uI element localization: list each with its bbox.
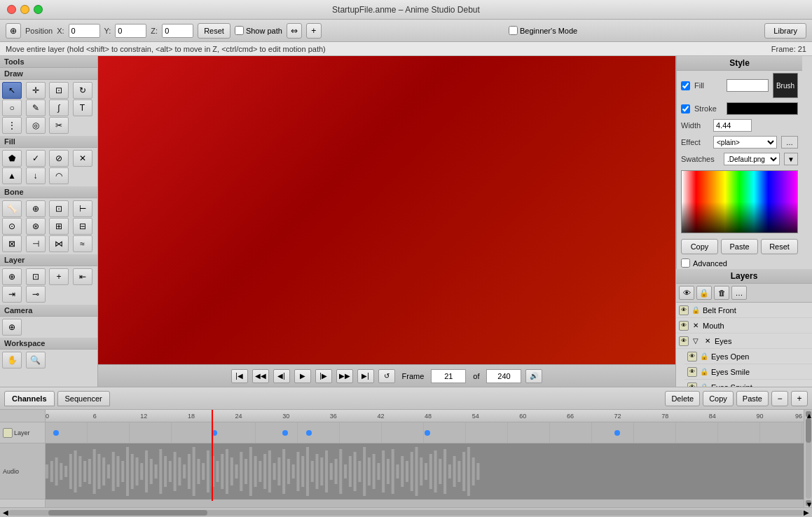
select-tool[interactable]: ↖ [2,82,22,99]
edit-tool[interactable]: ✎ [26,99,46,116]
curve-tool[interactable]: ∫ [49,99,69,116]
swatches-select[interactable]: .Default.png [724,153,780,165]
keyframe-dot[interactable] [306,430,312,436]
timeline-keyframe-track[interactable] [46,422,804,443]
horizontal-scrollbar-track[interactable] [8,510,804,516]
pen-tool[interactable]: ○ [2,99,22,116]
layer5-tool[interactable]: ⇥ [2,286,22,303]
bone11-tool[interactable]: ⋈ [49,235,69,252]
layer-visibility-eyes-open[interactable]: 👁 [687,352,697,361]
path-tool[interactable]: ◠ [49,167,69,184]
bone12-tool[interactable]: ≈ [73,235,92,252]
stroke-checkbox[interactable] [681,104,690,113]
bone10-tool[interactable]: ⊣ [26,235,46,252]
beginners-mode-checkbox[interactable]: Beginner's Mode [509,26,577,35]
go-to-end-button[interactable]: ▶| [357,369,374,383]
delete-tool[interactable]: ✕ [73,150,92,167]
layers-lock-button[interactable]: 🔒 [696,286,712,300]
node-tool[interactable]: ⋮ [2,117,22,134]
show-path-checkbox[interactable]: Show path [235,26,282,35]
layer6-tool[interactable]: ⊸ [26,286,46,303]
reset-button[interactable]: Reset [198,23,230,39]
delete-keyframe-button[interactable]: Delete [665,391,700,406]
layer-visibility-mouth[interactable]: 👁 [679,321,689,331]
maximize-button[interactable] [34,5,43,14]
scroll-down-button[interactable]: ▼ [806,500,811,506]
layer-visibility-eyes[interactable]: 👁 [679,336,689,346]
effect-more-button[interactable]: … [781,136,798,149]
minimize-button[interactable] [20,5,29,14]
keyframe-dot[interactable] [53,430,59,436]
prev-frame-button[interactable]: ◀| [273,369,290,383]
zoom-in-timeline-button[interactable]: + [791,391,808,406]
layer-visibility-eyes-smile[interactable]: 👁 [687,367,697,377]
go-to-start-button[interactable]: |◀ [231,369,248,383]
library-button[interactable]: Library [764,23,806,39]
layers-eye-button[interactable]: 👁 [679,286,694,300]
text-tool[interactable]: T [73,99,92,116]
fill2-tool[interactable]: ▲ [2,167,22,184]
arrow-tool[interactable]: ↓ [26,167,46,184]
y-input[interactable] [115,24,146,38]
canvas-image[interactable] [98,56,675,387]
z-input[interactable] [162,24,193,38]
channels-tab[interactable]: Channels [4,391,55,406]
close-button[interactable] [7,5,16,14]
fill-checkbox[interactable] [681,81,690,90]
fill-color-swatch[interactable] [727,79,769,92]
paste-keyframe-button[interactable]: Paste [736,391,769,406]
bone7-tool[interactable]: ⊞ [49,218,69,235]
rotate-tool[interactable]: ↻ [73,82,92,99]
layer-item-eyes-open[interactable]: 👁 🔒 Eyes Open [684,349,812,364]
stroke-color-swatch[interactable] [727,102,798,115]
swatches-dropdown-button[interactable]: ▼ [784,153,798,165]
move-icon[interactable]: ⊕ [6,23,21,39]
layer-item-mouth[interactable]: 👁 ✕ Mouth [676,318,812,333]
layer2-tool[interactable]: ⊡ [26,268,46,285]
bone1-tool[interactable]: 🦴 [2,200,22,217]
eyedrop-tool[interactable]: ✓ [26,150,46,167]
keyframe-dot[interactable] [212,430,217,436]
bone9-tool[interactable]: ⊠ [2,235,22,252]
layer-item-belt-front[interactable]: 👁 🔒 Belt Front [676,303,812,318]
reset-style-button[interactable]: Reset [761,239,798,254]
scroll-left-button[interactable]: ◀ [3,509,8,516]
width-input[interactable] [713,119,752,132]
color-picker-area[interactable] [681,170,798,233]
zoom-out-timeline-button[interactable]: − [771,391,788,406]
bone5-tool[interactable]: ⊙ [2,218,22,235]
bone4-tool[interactable]: ⊢ [73,200,92,217]
sequencer-tab[interactable]: Sequencer [57,391,110,406]
keyframe-dot[interactable] [614,430,620,436]
scrollbar-track[interactable] [806,418,811,499]
x-input[interactable] [69,24,100,38]
layer3-tool[interactable]: + [49,268,69,285]
transform-tool[interactable]: ✛ [26,82,46,99]
keyframe-dot[interactable] [425,430,430,436]
copy-style-button[interactable]: Copy [681,239,718,254]
timeline-tracks-area[interactable]: 0 6 12 18 24 30 36 42 48 54 60 66 72 78 … [46,410,804,507]
camera1-tool[interactable]: ⊕ [2,319,22,336]
layer-visibility-eyes-squint[interactable]: 👁 [687,382,697,387]
layer1-tool[interactable]: ⊕ [2,268,22,285]
next-frame-button[interactable]: |▶ [315,369,332,383]
layers-delete-button[interactable]: 🗑 [714,286,729,300]
layer-expand-icon-eyes[interactable]: ▽ [691,336,701,346]
total-frames-input[interactable] [486,369,521,383]
copy-keyframe-button[interactable]: Copy [703,391,734,406]
effect-select[interactable]: <plain> [713,136,777,149]
horizontal-scrollbar-thumb[interactable] [48,510,207,516]
magnet-tool[interactable]: ◎ [26,117,46,134]
scissors-tool[interactable]: ✂ [49,117,69,134]
add-frame-icon[interactable]: + [306,23,322,39]
advanced-checkbox[interactable] [681,258,690,268]
paint-tool[interactable]: ⊘ [49,150,69,167]
layer4-tool[interactable]: ⇤ [73,268,92,285]
scrollbar-thumb[interactable] [806,418,811,443]
layers-more-button[interactable]: … [731,286,747,300]
layer-item-eyes-squint[interactable]: 👁 🔒 Eyes Squint [684,380,812,387]
keyframe-dot[interactable] [282,430,288,436]
play-button[interactable]: ▶ [294,369,311,383]
scale-tool[interactable]: ⊡ [49,82,69,99]
zoom-tool[interactable]: 🔍 [26,352,46,368]
